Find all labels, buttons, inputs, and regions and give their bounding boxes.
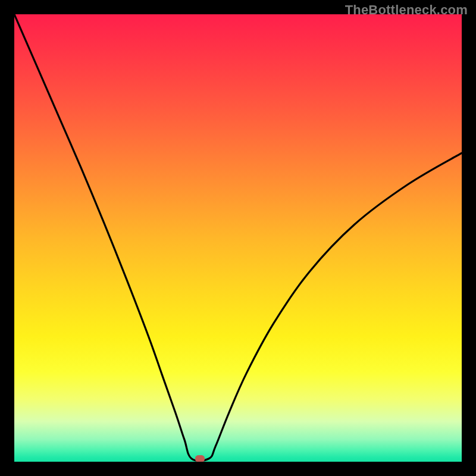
current-point-marker	[195, 455, 205, 462]
chart-container: TheBottleneck.com	[0, 0, 476, 476]
watermark-text: TheBottleneck.com	[345, 2, 468, 18]
plot-area	[14, 14, 462, 462]
bottleneck-curve	[14, 14, 462, 462]
